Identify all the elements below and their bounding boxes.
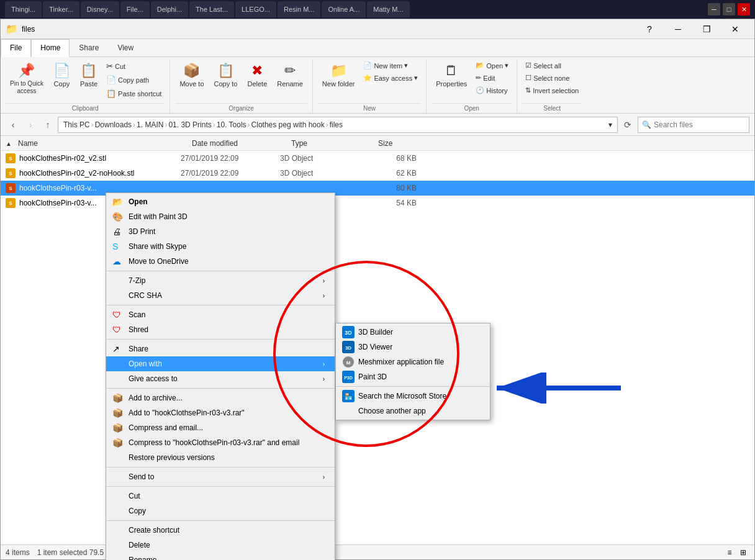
new-folder-button[interactable]: 📁 New folder: [318, 60, 359, 91]
ctx-rename[interactable]: Rename: [106, 553, 335, 560]
paste-button[interactable]: 📋 Paste: [76, 60, 102, 91]
delete-button[interactable]: ✖ Delete: [243, 60, 271, 91]
ctx-delete[interactable]: Delete: [106, 538, 335, 553]
path-item-downloads[interactable]: Downloads: [95, 120, 132, 129]
history-button[interactable]: 🕐 History: [472, 84, 512, 96]
ctx-copy[interactable]: Copy: [106, 504, 335, 518]
path-dropdown-arrow[interactable]: ▾: [608, 120, 612, 129]
open-button[interactable]: 📂 Open ▾: [472, 60, 512, 71]
refresh-button[interactable]: ⟳: [620, 117, 635, 132]
sub-3dviewer[interactable]: 3D 3D Viewer: [336, 340, 490, 355]
back-button[interactable]: ‹: [6, 117, 20, 132]
sub-paint3d[interactable]: P3D Paint 3D: [336, 369, 490, 384]
ctx-sep-5: [106, 467, 335, 467]
file-row-1[interactable]: S hookClothesPin-r02_v2-noHook.stl 27/01…: [1, 166, 754, 181]
select-all-icon: ☑: [525, 61, 531, 70]
easy-access-button[interactable]: ⭐ Easy access ▾: [360, 72, 421, 84]
size-column-header[interactable]: Size: [378, 139, 428, 148]
type-column-header[interactable]: Type: [291, 139, 378, 148]
ctx-open-with[interactable]: Open with ›: [106, 356, 335, 371]
file-row-0[interactable]: S hookClothesPin-r02_v2.stl 27/01/2019 2…: [1, 151, 754, 166]
browser-tab-8[interactable]: Resin M...: [278, 1, 321, 17]
copy-to-button[interactable]: 📋 Copy to: [210, 60, 242, 91]
large-icons-view-button[interactable]: ⊞: [737, 546, 749, 559]
details-view-button[interactable]: ≡: [723, 546, 736, 559]
search-input[interactable]: [654, 120, 745, 129]
browser-tab-1[interactable]: Thingi...: [5, 1, 42, 17]
path-item-tools[interactable]: 10. Tools: [217, 120, 246, 129]
path-item-thispc[interactable]: This PC: [63, 120, 90, 129]
browser-tab-9[interactable]: Online A...: [322, 1, 366, 17]
ctx-crcsha[interactable]: CRC SHA ›: [106, 288, 335, 303]
sub-meshmixer[interactable]: M Meshmixer application file: [336, 355, 490, 369]
restore-button[interactable]: ❐: [692, 19, 721, 39]
ctx-cut[interactable]: Cut: [106, 489, 335, 504]
ctx-add-rar[interactable]: 📦 Add to "hookClothsePin-r03-v3.rar": [106, 405, 335, 420]
new-item-button[interactable]: 📄 New item ▾: [360, 60, 421, 71]
path-item-files[interactable]: files: [330, 120, 343, 129]
open-small-buttons: 📂 Open ▾ ✏ Edit 🕐 History: [472, 60, 512, 96]
browser-tab-5[interactable]: Delphi...: [151, 1, 188, 17]
path-item-clothes[interactable]: Clothes peg with hook: [251, 120, 325, 129]
close-button[interactable]: ✕: [721, 19, 749, 39]
ctx-add-archive[interactable]: 📦 Add to archive...: [106, 391, 335, 405]
ctx-give-access[interactable]: Give access to ›: [106, 371, 335, 386]
move-to-button[interactable]: 📦 Move to: [175, 60, 208, 91]
path-item-3dprints[interactable]: 01. 3D Prints: [168, 120, 211, 129]
up-button[interactable]: ↑: [40, 117, 55, 132]
ctx-edit-paint3d[interactable]: 🎨 Edit with Paint 3D: [106, 209, 335, 224]
browser-minimize-button[interactable]: ─: [708, 3, 720, 16]
file-icon-0: S: [6, 153, 16, 163]
ribbon-tab-file[interactable]: File: [1, 39, 31, 57]
browser-tab-6[interactable]: The Last...: [189, 1, 234, 17]
browser-tab-2[interactable]: Tinker...: [43, 1, 79, 17]
browser-maximize-button[interactable]: □: [723, 3, 735, 16]
select-all-button[interactable]: ☑ Select all: [522, 60, 582, 71]
browser-tabs: Thingi... Tinker... Disney... File... De…: [5, 0, 703, 19]
select-none-button[interactable]: ☐ Select none: [522, 72, 582, 84]
ribbon-tab-view[interactable]: View: [108, 39, 143, 56]
date-column-header[interactable]: Date modified: [192, 139, 291, 148]
ctx-share-skype[interactable]: S Share with Skype: [106, 239, 335, 254]
ctx-onedrive[interactable]: ☁ Move to OneDrive: [106, 254, 335, 269]
forward-button[interactable]: ›: [23, 117, 38, 132]
browser-tab-10[interactable]: Matty M...: [367, 1, 409, 17]
new-items: 📁 New folder 📄 New item ▾ ⭐ Easy access …: [318, 60, 421, 102]
browser-tab-3[interactable]: Disney...: [81, 1, 119, 17]
browser-tab-4[interactable]: File...: [120, 1, 150, 17]
ctx-share[interactable]: ↗ Share: [106, 341, 335, 356]
ctx-create-shortcut[interactable]: Create shortcut: [106, 523, 335, 538]
ctx-7zip[interactable]: 7-Zip ›: [106, 273, 335, 288]
ctx-send-to[interactable]: Send to ›: [106, 469, 335, 484]
name-column-header[interactable]: Name: [18, 139, 192, 148]
ctx-3dprint[interactable]: 🖨 3D Print: [106, 224, 335, 239]
ctx-compress-email[interactable]: 📦 Compress and email...: [106, 420, 335, 435]
sub-3dbuilder[interactable]: 3D 3D Builder: [336, 325, 490, 340]
copy-path-button[interactable]: 📄 Copy path: [103, 73, 165, 86]
copy-to-icon: 📋: [217, 63, 234, 79]
edit-button[interactable]: ✏ Edit: [472, 72, 512, 84]
copy-button[interactable]: 📄 Copy: [49, 60, 75, 91]
properties-button[interactable]: 🗒 Properties: [432, 60, 471, 91]
sub-choose-app[interactable]: Choose another app: [336, 404, 490, 418]
help-button[interactable]: ?: [635, 19, 664, 39]
ctx-compress-rar-email[interactable]: 📦 Compress to "hookClothsePin-r03-v3.rar…: [106, 435, 335, 450]
ctx-restore-versions[interactable]: Restore previous versions: [106, 450, 335, 465]
rename-button[interactable]: ✏ Rename: [273, 60, 307, 91]
ribbon-tab-home[interactable]: Home: [31, 39, 70, 57]
ribbon-tab-share[interactable]: Share: [70, 39, 108, 56]
ctx-open[interactable]: 📂 Open: [106, 194, 335, 209]
paste-shortcut-button[interactable]: 📋 Paste shortcut: [103, 87, 165, 100]
minimize-button[interactable]: ─: [664, 19, 692, 39]
path-item-main[interactable]: 1. MAIN: [137, 120, 163, 129]
address-path[interactable]: This PC › Downloads › 1. MAIN › 01. 3D P…: [58, 117, 618, 133]
sub-store-search[interactable]: 🏪 Search the Microsoft Store: [336, 389, 490, 404]
invert-selection-button[interactable]: ⇅ Invert selection: [522, 84, 582, 96]
browser-close-button[interactable]: ✕: [738, 3, 750, 16]
ctx-scan[interactable]: 🛡 Scan: [106, 307, 335, 322]
browser-tab-7[interactable]: LLEGO...: [235, 1, 276, 17]
properties-icon: 🗒: [445, 63, 458, 79]
cut-button[interactable]: ✂ Cut: [103, 60, 165, 73]
ctx-shred[interactable]: 🛡 Shred: [106, 322, 335, 337]
pin-to-quick-access-button[interactable]: 📌 Pin to Quickaccess: [6, 60, 48, 98]
